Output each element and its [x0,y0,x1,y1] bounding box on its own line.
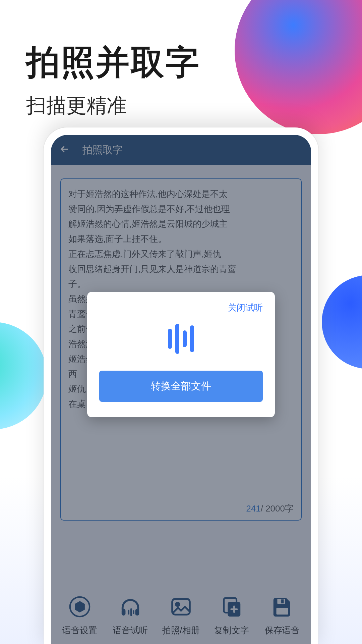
decorative-circle-pink [235,0,362,134]
svg-rect-2 [122,608,126,615]
app-header-title: 拍照取字 [82,143,123,157]
svg-rect-4 [128,609,129,614]
tool-camera-gallery[interactable]: 拍照/相册 [158,595,204,636]
decorative-circle-blue [322,275,362,369]
tool-voice-preview[interactable]: 语音试听 [107,595,154,636]
back-arrow-icon[interactable] [59,144,70,157]
svg-marker-1 [75,602,84,611]
tool-label: 保存语音 [265,625,300,636]
save-disk-icon [270,595,294,619]
close-preview-link[interactable]: 关闭试听 [99,302,263,314]
phone-mockup: 拍照取字 对于姬浩然的这种作法,他内心深处是不太 赞同的,因为弄虚作假总是不好,… [44,127,318,644]
tool-label: 语音设置 [62,625,97,636]
copy-plus-icon [220,595,243,619]
app-header: 拍照取字 [51,135,311,165]
char-count-max: 2000字 [265,503,294,514]
bottom-toolbar: 语音设置 语音试听 [51,584,311,644]
char-counter: 241/ 2000字 [246,503,294,515]
decorative-circle-teal [0,322,47,429]
svg-rect-12 [281,599,284,603]
svg-rect-5 [130,608,132,616]
svg-rect-7 [172,599,190,614]
gear-hex-icon [68,595,92,619]
hero-block: 拍照并取字 扫描更精准 [26,40,200,119]
audio-wave-icon [99,317,263,361]
image-icon [169,595,193,619]
tool-save-voice[interactable]: 保存语音 [259,595,306,636]
char-count-current: 241 [246,503,260,514]
svg-point-8 [176,602,179,606]
tool-voice-settings[interactable]: 语音设置 [56,595,103,636]
tool-label: 语音试听 [113,625,148,636]
svg-rect-3 [135,608,139,615]
svg-rect-13 [277,607,288,614]
phone-screen: 拍照取字 对于姬浩然的这种作法,他内心深处是不太 赞同的,因为弄虚作假总是不好,… [51,135,311,644]
hero-title: 拍照并取字 [26,40,200,86]
tool-label: 复制文字 [214,625,249,636]
headphones-wave-icon [119,595,142,619]
tool-copy-text[interactable]: 复制文字 [208,595,255,636]
preview-dialog: 关闭试听 转换全部文件 [87,292,275,417]
char-count-sep: / [261,503,265,514]
convert-all-button[interactable]: 转换全部文件 [99,371,263,402]
svg-rect-6 [133,610,134,614]
tool-label: 拍照/相册 [162,625,199,636]
hero-subtitle: 扫描更精准 [26,92,200,119]
